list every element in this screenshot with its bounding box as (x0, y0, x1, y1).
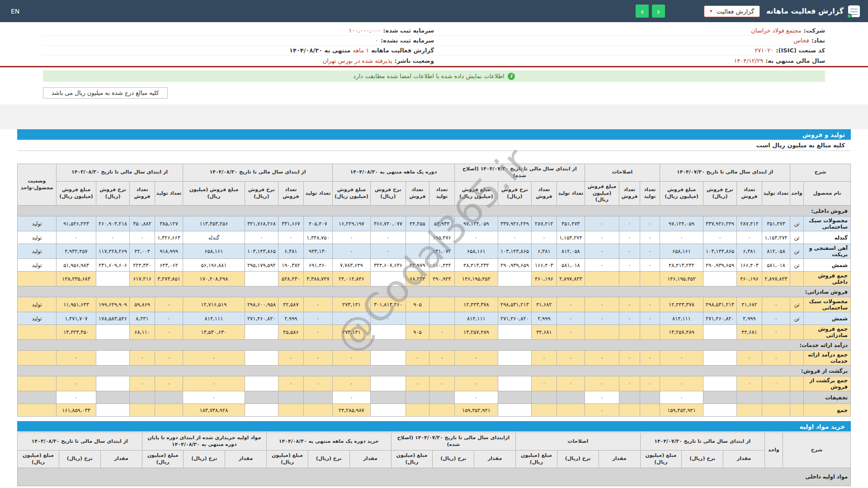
cell: ۰ (557, 297, 585, 312)
language-toggle[interactable]: EN (8, 8, 19, 15)
cell: ۱۱۷,۴۲۸,۲۶۹ (96, 244, 130, 259)
raw-materials-table: شرحواحداز ابتدای سال مالی تا تاریخ ۱۴۰۴/… (17, 432, 851, 486)
unregistered-capital-label: سرمایه ثبت نشده: (381, 37, 434, 44)
report-type-dropdown[interactable]: گزارش فعالیت ▾ (704, 5, 760, 17)
table-row: جمع درآمد ارائه خدمات۰۰۰۰۰۰۰۰۰۰۰۰۰۰۰۰۰۰ (18, 351, 851, 366)
cell: ۰ (155, 325, 183, 340)
table-row: جمع برگشت از فروش۰۰۰۰۰۰۰۰۰۰۰۰۰۰۰۰۰۰ (18, 376, 851, 391)
cell: ۰ (303, 297, 332, 312)
unregistered-capital-row: سرمایه ثبت نشده: ۰ (43, 36, 434, 46)
cell: ۰ (640, 376, 660, 391)
isic-row: کد صنعت (ISIC): ۲۷۱۰۲۰ (434, 46, 825, 56)
company-value[interactable]: مجتمع فولاد خراسان (751, 27, 801, 34)
cell: ۰ (454, 231, 498, 244)
cell (278, 404, 303, 417)
cell (531, 391, 557, 404)
fiscal-year-row: سال مالی منتهی به: ۱۴۰۴/۱۲/۲۹ (434, 56, 825, 66)
cell: ۴,۹۳۲,۴۵۷ (57, 244, 96, 259)
document-lines-icon (850, 9, 858, 15)
cell: ۳۵۱,۴۷۳ (762, 216, 790, 231)
cell: ۰ (406, 351, 429, 366)
cell: ۰ (454, 391, 498, 404)
cell (790, 391, 804, 404)
cell: تن (790, 231, 804, 244)
table-row: تخفیفات۰۰۰۰۰۰ (18, 391, 851, 404)
cell: ۰ (762, 312, 790, 325)
cell: ۰ (640, 216, 660, 231)
company-label: شرکت: (804, 27, 825, 34)
cell (303, 391, 332, 404)
cell (245, 391, 278, 404)
header-cell: تعداد تولید (303, 181, 332, 206)
header-cell: مقدار (723, 450, 765, 468)
cell: ۰ (454, 351, 498, 366)
cell: ۸۱۲,۰۵۸ (762, 244, 790, 259)
cell: ۶۵۸,۱۶۱ (454, 244, 498, 259)
cell (245, 351, 278, 366)
cell: ۰ (619, 376, 640, 391)
cell (18, 404, 57, 417)
cell: ۹۷,۱۲۴,۰۵۹ (454, 216, 498, 231)
header-cell: تعداد تولید (155, 181, 183, 206)
cell (370, 325, 406, 340)
cell: ۰ (531, 376, 557, 391)
cell: ۵۶,۱۹۶,۸۸۱ (183, 259, 245, 272)
header-cell: تعداد تولید (640, 181, 660, 206)
cell: ۵۹,۸۶۹ (130, 297, 155, 312)
cell: ۴۲,۰۰۴ (130, 244, 155, 259)
cell (498, 404, 531, 417)
cell: ۰ (130, 376, 155, 391)
cell: ۶۵۸,۱۶۱ (660, 244, 703, 259)
cell (790, 351, 804, 366)
table-row: درآمد ارائه خدمات: (18, 340, 851, 351)
cell (640, 391, 660, 404)
table-row: مواد اولیه داخلی (18, 468, 851, 486)
cell: ۱,۴۷۱,۷۰۷ (57, 312, 96, 325)
cell: ۳۳۷,۹۲۶,۲۴۹ (498, 216, 531, 231)
cell (245, 404, 278, 417)
report-period-value: ۱ ماهه (353, 47, 369, 54)
cell: تولید (18, 312, 57, 325)
header-cell: از ابتدای سال مالی تا تاریخ ۱۴۰۴/۰۷/۳۰ (640, 433, 764, 450)
cell (96, 351, 130, 366)
cell (498, 325, 531, 340)
cell (557, 404, 585, 417)
cell: ۲۹۸,۵۳۱,۲۱۳ (703, 297, 737, 312)
symbol-value[interactable]: فخاس (793, 37, 809, 44)
header-cell: مبلغ فروش (میلیون ریال) (332, 181, 370, 206)
cell: ۳۳۱,۶۶۷ (278, 216, 303, 231)
table-row: جمع فروش داخلی۲,۸۹۷,۸۲۳۴۶۰,۱۹۶۱۴۶,۱۹۵,۴۵… (18, 272, 851, 286)
cell: ۱۲,۴۴۳,۳۷۸ (454, 297, 498, 312)
cell: ۰ (96, 231, 130, 244)
report-period-label: گزارش فعالیت ماهانه (371, 47, 434, 54)
cell: ۰ (619, 216, 640, 231)
cell: ۱۳,۲۵۷,۴۸۹ (660, 325, 703, 340)
app-logo-icon[interactable] (848, 5, 860, 17)
cell (18, 351, 57, 366)
cell: ۲۴,۰۱۲,۸۴۶ (332, 272, 370, 286)
production-sales-table: شرحاز ابتدای سال مالی تا تاریخ ۱۴۰۴/۰۷/۳… (17, 164, 851, 417)
cell: ۲۸۷,۴۱۲ (737, 216, 762, 231)
green-badge-icon (847, 14, 852, 19)
chevron-right-icon[interactable]: › (636, 5, 649, 18)
cell: ۰ (640, 351, 660, 366)
cell: تولید (18, 297, 57, 312)
cell: ۰ (370, 244, 406, 259)
cell: تخفیفات (804, 391, 851, 404)
cell (155, 404, 183, 417)
header-cell: نرخ (ریال) (308, 450, 349, 468)
cell: تولید (18, 244, 57, 259)
cell (429, 312, 454, 325)
cell: ۱۱۰,۴۴۲ (429, 259, 454, 272)
info-column-right: شرکت: مجتمع فولاد خراسان نماد: فخاس کد ص… (434, 26, 825, 66)
cell (557, 391, 585, 404)
cell (498, 351, 531, 366)
chevron-left-icon[interactable]: ‹ (652, 5, 665, 18)
cell: ۲۸۷,۴۱۲ (531, 216, 557, 231)
symbol-row: نماد: فخاس (434, 36, 825, 46)
table-row: جمع فروش صادراتی۰۴۴,۶۸۱۱۳,۲۵۷,۴۸۹۰۴۴,۶۸۱… (18, 325, 851, 340)
cell: ۱۶,۲۲۹,۱۹۷ (332, 216, 370, 231)
cell: ۱۶۶,۴۰۳ (737, 259, 762, 272)
header-cell: مبلغ (میلیون ریال) (391, 450, 433, 468)
header-cell: تعداد فروش (531, 181, 557, 206)
